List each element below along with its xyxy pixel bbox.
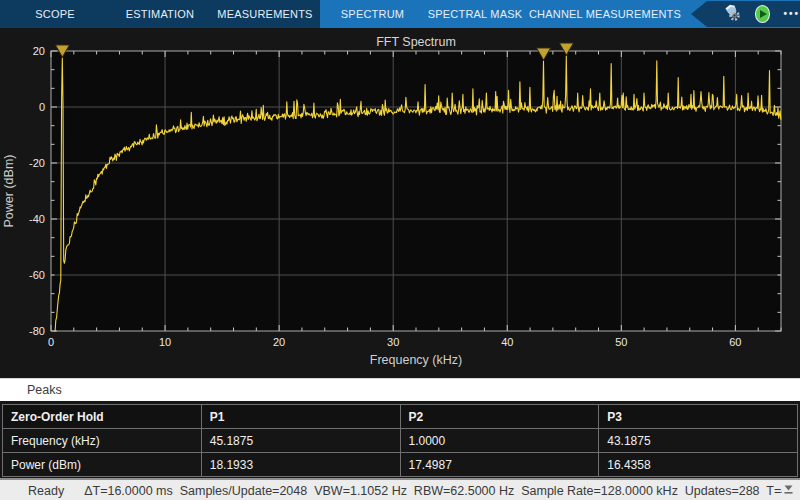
svg-text:40: 40 [501,336,513,348]
peaks-panel-title: Peaks [27,383,62,397]
status-metrics: ΔT=16.0000 ms Samples/Update=2048 VBW=1.… [84,484,782,498]
plot-region: 0102030405060200-20-40-60-80 FFT Spectru… [0,28,800,378]
toolstrip-actions: ••• [685,0,800,28]
toolstrip-active-section: SPECTRUM SPECTRAL MASK CHANNEL MEASUREME… [320,0,800,28]
svg-text:60: 60 [729,336,741,348]
dock-icon[interactable] [782,483,795,498]
svg-text:-20: -20 [29,157,45,169]
power-p1: 18.1933 [201,453,400,477]
properties-tags-icon[interactable] [723,3,742,25]
actions-chevron: ••• [691,1,800,27]
tab-measurements[interactable]: MEASUREMENTS [210,0,320,28]
power-p3: 16.4358 [599,453,798,477]
svg-text:50: 50 [615,336,627,348]
tab-scope[interactable]: SCOPE [0,0,110,28]
svg-text:10: 10 [159,336,171,348]
tab-spectral-mask[interactable]: SPECTRAL MASK [425,0,525,28]
power-p2: 17.4987 [400,453,599,477]
tab-spectrum[interactable]: SPECTRUM [320,0,425,28]
table-row: Frequency (kHz) 45.1875 1.0000 43.1875 [3,429,798,453]
peaks-table: Zero-Order Hold P1 P2 P3 Frequency (kHz)… [2,404,798,477]
svg-text:20: 20 [33,45,45,57]
tab-channel-measurements[interactable]: CHANNEL MEASUREMENTS [525,0,685,28]
peaks-col-p1: P1 [201,405,400,429]
plot-title: FFT Spectrum [376,35,456,49]
freq-p1: 45.1875 [201,429,400,453]
svg-text:-60: -60 [29,269,45,281]
fft-spectrum-plot: 0102030405060200-20-40-60-80 FFT Spectru… [0,28,800,378]
tab-estimation[interactable]: ESTIMATION [110,0,210,28]
peaks-col-p3: P3 [599,405,798,429]
svg-text:-80: -80 [29,325,45,337]
row-label-power: Power (dBm) [3,453,202,477]
status-bar: Ready ΔT=16.0000 ms Samples/Update=2048 … [0,478,800,500]
more-options-icon[interactable]: ••• [783,9,800,19]
x-axis-label: Frequency (kHz) [370,353,462,367]
row-label-frequency: Frequency (kHz) [3,429,202,453]
status-state: Ready [28,484,64,498]
svg-text:-40: -40 [29,213,45,225]
peaks-panel-header: Peaks [0,378,800,401]
peaks-col-p2: P2 [400,405,599,429]
svg-text:0: 0 [39,101,45,113]
freq-p3: 43.1875 [599,429,798,453]
peaks-corner-cell: Zero-Order Hold [3,405,202,429]
svg-text:20: 20 [273,336,285,348]
peaks-table-wrap: Zero-Order Hold P1 P2 P3 Frequency (kHz)… [0,401,800,478]
run-icon[interactable] [755,5,770,23]
peaks-table-header-row: Zero-Order Hold P1 P2 P3 [3,405,798,429]
table-row: Power (dBm) 18.1933 17.4987 16.4358 [3,453,798,477]
freq-p2: 1.0000 [400,429,599,453]
toolstrip: SCOPE ESTIMATION MEASUREMENTS SPECTRUM S… [0,0,800,28]
svg-text:30: 30 [387,336,399,348]
svg-text:0: 0 [48,336,54,348]
y-axis-label: Power (dBm) [2,155,16,228]
